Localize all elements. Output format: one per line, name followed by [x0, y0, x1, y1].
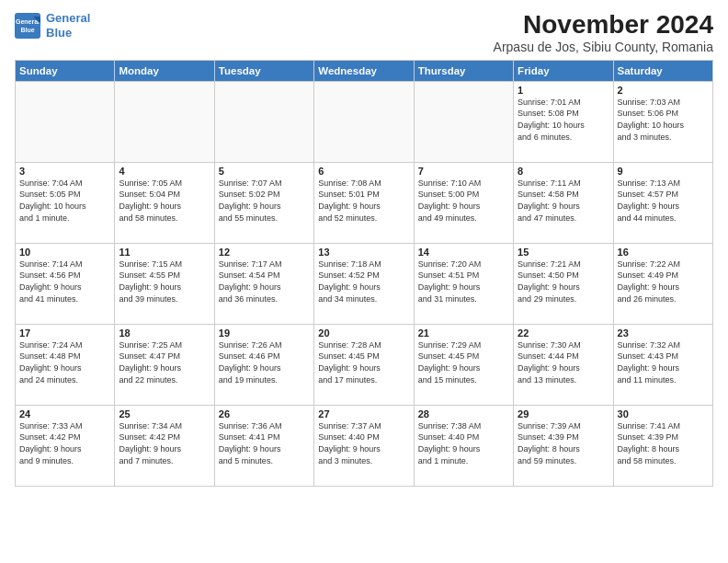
calendar-cell: 20Sunrise: 7:28 AM Sunset: 4:45 PM Dayli… — [314, 324, 414, 405]
day-number: 5 — [219, 166, 310, 177]
calendar-cell: 23Sunrise: 7:32 AM Sunset: 4:43 PM Dayli… — [613, 324, 712, 405]
day-info: Sunrise: 7:39 AM Sunset: 4:39 PM Dayligh… — [518, 420, 609, 466]
calendar-cell: 3Sunrise: 7:04 AM Sunset: 5:05 PM Daylig… — [16, 162, 115, 243]
weekday-header: Thursday — [414, 60, 513, 81]
day-number: 9 — [618, 166, 709, 177]
weekday-header: Friday — [514, 60, 613, 81]
day-info: Sunrise: 7:03 AM Sunset: 5:06 PM Dayligh… — [618, 97, 709, 143]
day-number: 1 — [518, 85, 609, 96]
day-number: 18 — [119, 327, 210, 339]
day-info: Sunrise: 7:08 AM Sunset: 5:01 PM Dayligh… — [318, 178, 409, 224]
day-number: 27 — [318, 408, 409, 419]
calendar-cell: 5Sunrise: 7:07 AM Sunset: 5:02 PM Daylig… — [214, 162, 313, 243]
day-number: 24 — [19, 408, 110, 419]
calendar-cell: 4Sunrise: 7:05 AM Sunset: 5:04 PM Daylig… — [115, 162, 214, 243]
calendar-cell: 26Sunrise: 7:36 AM Sunset: 4:41 PM Dayli… — [214, 405, 313, 486]
day-number: 23 — [618, 327, 709, 339]
day-number: 7 — [418, 166, 509, 177]
calendar-cell: 9Sunrise: 7:13 AM Sunset: 4:57 PM Daylig… — [613, 162, 712, 243]
calendar-cell: 30Sunrise: 7:41 AM Sunset: 4:39 PM Dayli… — [613, 405, 712, 486]
day-number: 12 — [219, 247, 310, 258]
day-number: 8 — [518, 166, 609, 177]
day-info: Sunrise: 7:20 AM Sunset: 4:51 PM Dayligh… — [418, 259, 509, 304]
day-number: 17 — [19, 327, 110, 339]
calendar-table: SundayMondayTuesdayWednesdayThursdayFrid… — [15, 60, 713, 487]
calendar-cell: 22Sunrise: 7:30 AM Sunset: 4:44 PM Dayli… — [514, 324, 613, 405]
day-info: Sunrise: 7:07 AM Sunset: 5:02 PM Dayligh… — [219, 178, 310, 224]
calendar-cell: 1Sunrise: 7:01 AM Sunset: 5:08 PM Daylig… — [514, 81, 613, 162]
calendar-cell: 13Sunrise: 7:18 AM Sunset: 4:52 PM Dayli… — [314, 243, 414, 324]
day-info: Sunrise: 7:26 AM Sunset: 4:46 PM Dayligh… — [219, 339, 310, 385]
day-info: Sunrise: 7:36 AM Sunset: 4:41 PM Dayligh… — [219, 420, 310, 466]
calendar-cell: 18Sunrise: 7:25 AM Sunset: 4:47 PM Dayli… — [115, 324, 214, 405]
logo-icon: General Blue — [15, 13, 42, 39]
logo-text: GeneralBlue — [46, 11, 90, 40]
calendar-week-row: 17Sunrise: 7:24 AM Sunset: 4:48 PM Dayli… — [16, 324, 713, 405]
day-number: 4 — [119, 166, 210, 177]
day-number: 3 — [19, 166, 110, 177]
day-info: Sunrise: 7:04 AM Sunset: 5:05 PM Dayligh… — [19, 178, 110, 224]
calendar-cell: 24Sunrise: 7:33 AM Sunset: 4:42 PM Dayli… — [16, 405, 115, 486]
day-info: Sunrise: 7:15 AM Sunset: 4:55 PM Dayligh… — [119, 259, 210, 304]
month-title: November 2024 — [494, 11, 713, 40]
calendar-cell — [214, 81, 313, 162]
calendar-week-row: 10Sunrise: 7:14 AM Sunset: 4:56 PM Dayli… — [16, 243, 713, 324]
day-number: 19 — [219, 327, 310, 339]
day-info: Sunrise: 7:18 AM Sunset: 4:52 PM Dayligh… — [318, 259, 409, 304]
day-info: Sunrise: 7:11 AM Sunset: 4:58 PM Dayligh… — [518, 178, 609, 224]
day-number: 28 — [418, 408, 509, 419]
day-number: 6 — [318, 166, 409, 177]
calendar-cell: 7Sunrise: 7:10 AM Sunset: 5:00 PM Daylig… — [414, 162, 513, 243]
day-number: 16 — [618, 247, 709, 258]
calendar-cell: 15Sunrise: 7:21 AM Sunset: 4:50 PM Dayli… — [514, 243, 613, 324]
day-info: Sunrise: 7:25 AM Sunset: 4:47 PM Dayligh… — [119, 339, 210, 385]
weekday-header: Wednesday — [314, 60, 414, 81]
day-number: 30 — [618, 408, 709, 419]
svg-text:Blue: Blue — [20, 27, 34, 33]
day-info: Sunrise: 7:22 AM Sunset: 4:49 PM Dayligh… — [618, 259, 709, 304]
weekday-header: Monday — [115, 60, 214, 81]
calendar-cell: 11Sunrise: 7:15 AM Sunset: 4:55 PM Dayli… — [115, 243, 214, 324]
calendar-cell — [414, 81, 513, 162]
day-number: 11 — [119, 247, 210, 258]
day-number: 10 — [19, 247, 110, 258]
day-info: Sunrise: 7:41 AM Sunset: 4:39 PM Dayligh… — [618, 420, 709, 466]
day-info: Sunrise: 7:34 AM Sunset: 4:42 PM Dayligh… — [119, 420, 210, 466]
day-info: Sunrise: 7:05 AM Sunset: 5:04 PM Dayligh… — [119, 178, 210, 224]
title-block: November 2024 Arpasu de Jos, Sibiu Count… — [494, 11, 713, 54]
calendar-cell: 12Sunrise: 7:17 AM Sunset: 4:54 PM Dayli… — [214, 243, 313, 324]
day-number: 25 — [119, 408, 210, 419]
weekday-header: Saturday — [613, 60, 712, 81]
header: General Blue GeneralBlue November 2024 A… — [15, 11, 713, 54]
calendar-cell: 2Sunrise: 7:03 AM Sunset: 5:06 PM Daylig… — [613, 81, 712, 162]
day-info: Sunrise: 7:32 AM Sunset: 4:43 PM Dayligh… — [618, 339, 709, 385]
calendar-cell: 25Sunrise: 7:34 AM Sunset: 4:42 PM Dayli… — [115, 405, 214, 486]
day-number: 26 — [219, 408, 310, 419]
calendar-cell: 17Sunrise: 7:24 AM Sunset: 4:48 PM Dayli… — [16, 324, 115, 405]
day-info: Sunrise: 7:21 AM Sunset: 4:50 PM Dayligh… — [518, 259, 609, 304]
day-info: Sunrise: 7:01 AM Sunset: 5:08 PM Dayligh… — [518, 97, 609, 143]
logo: General Blue GeneralBlue — [15, 11, 90, 40]
day-number: 2 — [618, 85, 709, 96]
calendar-cell: 19Sunrise: 7:26 AM Sunset: 4:46 PM Dayli… — [214, 324, 313, 405]
weekday-header: Tuesday — [214, 60, 313, 81]
day-info: Sunrise: 7:14 AM Sunset: 4:56 PM Dayligh… — [19, 259, 110, 304]
calendar-week-row: 1Sunrise: 7:01 AM Sunset: 5:08 PM Daylig… — [16, 81, 713, 162]
day-number: 21 — [418, 327, 509, 339]
day-info: Sunrise: 7:38 AM Sunset: 4:40 PM Dayligh… — [418, 420, 509, 466]
calendar-cell: 10Sunrise: 7:14 AM Sunset: 4:56 PM Dayli… — [16, 243, 115, 324]
calendar-cell: 14Sunrise: 7:20 AM Sunset: 4:51 PM Dayli… — [414, 243, 513, 324]
weekday-header: Sunday — [16, 60, 115, 81]
calendar-cell — [115, 81, 214, 162]
calendar-week-row: 3Sunrise: 7:04 AM Sunset: 5:05 PM Daylig… — [16, 162, 713, 243]
calendar-cell: 21Sunrise: 7:29 AM Sunset: 4:45 PM Dayli… — [414, 324, 513, 405]
calendar-cell: 28Sunrise: 7:38 AM Sunset: 4:40 PM Dayli… — [414, 405, 513, 486]
day-number: 14 — [418, 247, 509, 258]
day-info: Sunrise: 7:13 AM Sunset: 4:57 PM Dayligh… — [618, 178, 709, 224]
calendar-cell: 6Sunrise: 7:08 AM Sunset: 5:01 PM Daylig… — [314, 162, 414, 243]
calendar-cell: 16Sunrise: 7:22 AM Sunset: 4:49 PM Dayli… — [613, 243, 712, 324]
day-info: Sunrise: 7:28 AM Sunset: 4:45 PM Dayligh… — [318, 339, 409, 385]
calendar-cell: 29Sunrise: 7:39 AM Sunset: 4:39 PM Dayli… — [514, 405, 613, 486]
day-info: Sunrise: 7:10 AM Sunset: 5:00 PM Dayligh… — [418, 178, 509, 224]
day-number: 22 — [518, 327, 609, 339]
